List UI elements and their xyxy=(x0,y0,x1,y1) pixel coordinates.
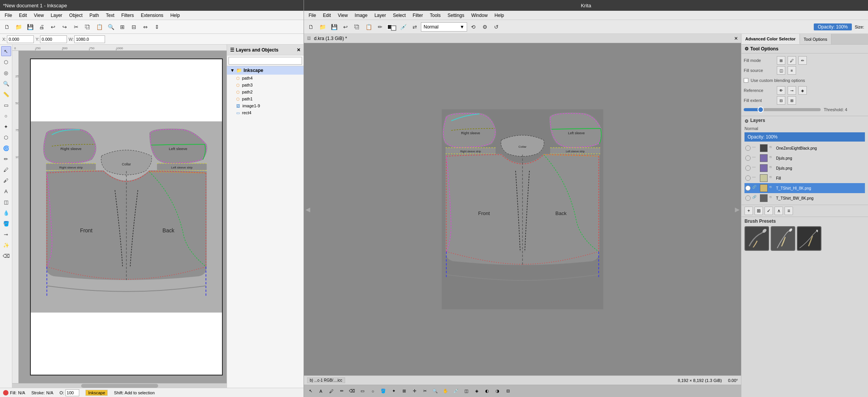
layer-item-path2[interactable]: ⬡ path2 xyxy=(227,88,304,95)
duplicate-layer-btn[interactable]: ⊞ xyxy=(754,207,763,215)
ellipse-tool[interactable]: ○ xyxy=(1,111,11,121)
fill-mode-btn3[interactable]: ✏ xyxy=(798,56,807,65)
menu-edit[interactable]: Edit xyxy=(16,12,30,19)
move-layer-up-btn[interactable]: ✓ xyxy=(765,207,773,215)
reference-btn1[interactable]: 👁 xyxy=(777,86,785,95)
krita-bottom-select-tool[interactable]: ↖ xyxy=(305,386,315,396)
krita-bottom-eraser[interactable]: ⌫ xyxy=(347,386,357,396)
custom-blending-checkbox[interactable] xyxy=(744,78,748,83)
krita-layer-vis-3[interactable] xyxy=(745,165,751,171)
krita-menu-filter[interactable]: Filter xyxy=(410,12,426,19)
krita-bottom-path[interactable]: ✦ xyxy=(389,386,399,396)
layer-item-rect4[interactable]: ▭ rect4 xyxy=(227,109,304,116)
krita-menu-edit[interactable]: Edit xyxy=(320,12,334,19)
copy-btn[interactable]: ⿻ xyxy=(82,22,93,32)
krita-menu-settings[interactable]: Settings xyxy=(444,12,467,19)
save-btn[interactable]: 💾 xyxy=(25,22,35,32)
scrollbar-thumb[interactable] xyxy=(81,384,158,388)
krita-bottom-gradient[interactable]: ◫ xyxy=(461,386,471,396)
move-layer-down-btn[interactable]: ∧ xyxy=(775,207,783,215)
krita-scroll-right[interactable]: ▶ xyxy=(735,206,739,213)
krita-opacity-display[interactable]: Opacity: 100% xyxy=(814,23,851,30)
krita-menu-view[interactable]: View xyxy=(335,12,351,19)
krita-bottom-deselect[interactable]: ⊟ xyxy=(503,386,513,396)
spiral-tool[interactable]: 🌀 xyxy=(1,143,11,153)
krita-menu-file[interactable]: File xyxy=(305,12,319,19)
inkscape-canvas-document[interactable]: Right sleeve Left sleeve xyxy=(30,58,223,375)
eraser-tool[interactable]: ⌫ xyxy=(1,251,11,261)
flip-v-btn[interactable]: ⇕ xyxy=(152,22,162,32)
krita-swap-colors[interactable]: ⇄ xyxy=(409,22,420,32)
brush-preset-1[interactable] xyxy=(744,226,769,251)
krita-new-btn[interactable]: 🗋 xyxy=(305,22,316,32)
menu-filters[interactable]: Filters xyxy=(118,12,137,19)
x-input[interactable] xyxy=(7,35,34,43)
layer-item-path1[interactable]: ⬡ path1 xyxy=(227,95,304,102)
threshold-handle[interactable] xyxy=(758,107,764,113)
fill-color-indicator[interactable] xyxy=(3,390,8,395)
krita-bottom-fill[interactable]: 🪣 xyxy=(378,386,388,396)
menu-view[interactable]: View xyxy=(31,12,47,19)
krita-canvas[interactable]: ◀ ▶ Right sleeve xyxy=(304,43,741,375)
layers-panel-close[interactable]: ✕ xyxy=(297,47,300,53)
krita-layer-opacity-bar[interactable]: Opacity: 100% xyxy=(744,132,865,142)
connector-tool[interactable]: ⊸ xyxy=(1,229,11,239)
krita-bottom-transform[interactable]: ⊞ xyxy=(399,386,409,396)
y-input[interactable] xyxy=(40,35,67,43)
3d-box-tool[interactable]: ⬡ xyxy=(1,132,11,142)
threshold-slider[interactable] xyxy=(744,108,821,111)
new-btn[interactable]: 🗋 xyxy=(2,22,12,32)
brush-preset-3[interactable] xyxy=(797,226,821,251)
print-btn[interactable]: 🖨 xyxy=(36,22,47,32)
krita-copy-btn[interactable]: ⿻ xyxy=(352,22,362,32)
inkscape-scrollbar-horizontal[interactable] xyxy=(12,383,227,388)
layers-search-input[interactable] xyxy=(229,57,302,65)
krita-layer-vis-5[interactable]: ✓ xyxy=(745,185,751,191)
krita-undo-btn[interactable]: ↩ xyxy=(340,22,351,32)
measure-tool[interactable]: 📏 xyxy=(1,89,11,99)
krita-bottom-text-tool[interactable]: A xyxy=(316,386,326,396)
dropper-tool[interactable]: 💧 xyxy=(1,208,11,218)
krita-bottom-pan[interactable]: ✋ xyxy=(441,386,451,396)
krita-refresh-btn[interactable]: ↺ xyxy=(491,22,502,32)
menu-text[interactable]: Text xyxy=(103,12,117,19)
krita-layer-vis-1[interactable] xyxy=(745,145,751,151)
krita-layer-row-1[interactable]: — ⟲ OneZeroEightBlack.png xyxy=(744,143,865,153)
menu-object[interactable]: Object xyxy=(66,12,86,19)
krita-reset-btn[interactable]: ⟲ xyxy=(468,22,479,32)
krita-bottom-move[interactable]: ✛ xyxy=(409,386,419,396)
pencil-tool[interactable]: ✏ xyxy=(1,154,11,164)
krita-save-btn[interactable]: 💾 xyxy=(329,22,339,32)
undo-btn[interactable]: ↩ xyxy=(48,22,58,32)
node-tool[interactable]: ⬡ xyxy=(1,57,11,67)
menu-help[interactable]: Help xyxy=(167,12,183,19)
krita-settings-btn[interactable]: ⚙ xyxy=(479,22,490,32)
select-tool[interactable]: ↖ xyxy=(1,46,11,56)
krita-bg-color[interactable] xyxy=(391,25,396,31)
krita-layer-row-6[interactable]: 🔗 ⟲ T_TShirt_BW_8K.png xyxy=(744,193,865,203)
gradient-tool[interactable]: ◫ xyxy=(1,197,11,207)
paste-btn[interactable]: 📋 xyxy=(94,22,105,32)
krita-bottom-zoom[interactable]: 🔍 xyxy=(430,386,440,396)
krita-bottom-smart-patch[interactable]: ◈ xyxy=(472,386,482,396)
krita-bottom-similar[interactable]: ◑ xyxy=(492,386,502,396)
fill-extent-btn2[interactable]: ⊞ xyxy=(788,96,796,105)
layer-item-path3[interactable]: ⬡ path3 xyxy=(227,82,304,88)
rect-tool[interactable]: ▭ xyxy=(1,100,11,110)
krita-menu-select[interactable]: Select xyxy=(390,12,409,19)
krita-layer-vis-6[interactable] xyxy=(745,195,751,201)
menu-layer[interactable]: Layer xyxy=(48,12,65,19)
krita-layer-row-4[interactable]: — ⟲ Fill xyxy=(744,173,865,183)
krita-scroll-left[interactable]: ◀ xyxy=(305,206,310,213)
krita-menu-window[interactable]: Window xyxy=(468,12,491,19)
menu-extensions[interactable]: Extensions xyxy=(138,12,167,19)
inkscape-canvas[interactable]: Right sleeve Left sleeve xyxy=(18,51,227,383)
star-tool[interactable]: ✦ xyxy=(1,122,11,132)
open-btn[interactable]: 📁 xyxy=(13,22,24,32)
krita-layer-vis-2[interactable] xyxy=(745,155,751,161)
fill-source-btn2[interactable]: ≡ xyxy=(788,66,796,75)
layer-item-path4[interactable]: ⬡ path4 xyxy=(227,75,304,82)
add-layer-btn[interactable]: + xyxy=(744,207,753,215)
redo-btn[interactable]: ↪ xyxy=(59,22,70,32)
krita-menu-layer[interactable]: Layer xyxy=(371,12,389,19)
